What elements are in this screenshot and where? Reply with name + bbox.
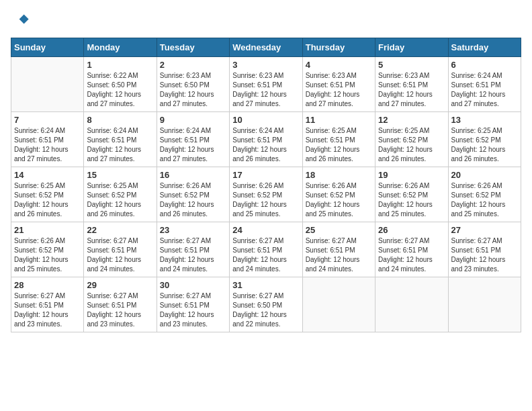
calendar-day-cell: 19Sunrise: 6:26 AM Sunset: 6:52 PM Dayli… [375, 167, 448, 222]
calendar-day-cell: 27Sunrise: 6:27 AM Sunset: 6:51 PM Dayli… [448, 222, 521, 277]
calendar-day-cell: 26Sunrise: 6:27 AM Sunset: 6:51 PM Dayli… [375, 222, 448, 277]
day-number: 30 [160, 280, 226, 290]
calendar-day-cell: 22Sunrise: 6:27 AM Sunset: 6:51 PM Dayli… [84, 222, 157, 277]
calendar-day-cell: 21Sunrise: 6:26 AM Sunset: 6:52 PM Dayli… [11, 222, 84, 277]
calendar-day-header: Wednesday [230, 38, 302, 57]
day-detail: Sunrise: 6:27 AM Sunset: 6:51 PM Dayligh… [451, 236, 518, 274]
day-number: 15 [87, 170, 153, 180]
calendar-week-row: 1Sunrise: 6:22 AM Sunset: 6:50 PM Daylig… [11, 57, 521, 112]
day-number: 9 [160, 115, 226, 125]
day-number: 13 [451, 115, 518, 125]
calendar-day-cell: 6Sunrise: 6:24 AM Sunset: 6:51 PM Daylig… [448, 57, 521, 112]
calendar-day-cell [375, 277, 448, 332]
day-detail: Sunrise: 6:26 AM Sunset: 6:52 PM Dayligh… [306, 181, 372, 219]
calendar-header-row: SundayMondayTuesdayWednesdayThursdayFrid… [11, 38, 521, 57]
day-detail: Sunrise: 6:27 AM Sunset: 6:51 PM Dayligh… [378, 236, 445, 274]
day-detail: Sunrise: 6:27 AM Sunset: 6:51 PM Dayligh… [160, 236, 226, 274]
day-detail: Sunrise: 6:24 AM Sunset: 6:51 PM Dayligh… [232, 126, 299, 164]
calendar-day-header: Friday [375, 38, 448, 57]
calendar-day-cell: 14Sunrise: 6:25 AM Sunset: 6:52 PM Dayli… [11, 167, 84, 222]
day-detail: Sunrise: 6:25 AM Sunset: 6:52 PM Dayligh… [87, 181, 153, 219]
day-number: 12 [378, 115, 445, 125]
calendar-day-cell: 17Sunrise: 6:26 AM Sunset: 6:52 PM Dayli… [230, 167, 302, 222]
logo [11, 11, 32, 30]
day-number: 20 [451, 170, 518, 180]
calendar-day-cell: 24Sunrise: 6:27 AM Sunset: 6:51 PM Dayli… [230, 222, 302, 277]
day-detail: Sunrise: 6:25 AM Sunset: 6:52 PM Dayligh… [14, 181, 81, 219]
calendar-week-row: 28Sunrise: 6:27 AM Sunset: 6:51 PM Dayli… [11, 277, 521, 332]
calendar-day-cell: 3Sunrise: 6:23 AM Sunset: 6:51 PM Daylig… [230, 57, 302, 112]
calendar-day-cell: 4Sunrise: 6:23 AM Sunset: 6:51 PM Daylig… [302, 57, 375, 112]
calendar-day-cell [448, 277, 521, 332]
day-number: 14 [14, 170, 81, 180]
day-detail: Sunrise: 6:24 AM Sunset: 6:51 PM Dayligh… [160, 126, 226, 164]
calendar-day-cell: 29Sunrise: 6:27 AM Sunset: 6:51 PM Dayli… [84, 277, 157, 332]
calendar-day-cell: 2Sunrise: 6:23 AM Sunset: 6:50 PM Daylig… [157, 57, 229, 112]
day-detail: Sunrise: 6:22 AM Sunset: 6:50 PM Dayligh… [87, 71, 153, 109]
day-number: 7 [14, 115, 81, 125]
calendar-day-cell [11, 57, 84, 112]
calendar-day-header: Thursday [302, 38, 375, 57]
day-number: 6 [451, 60, 518, 70]
calendar-day-cell: 13Sunrise: 6:25 AM Sunset: 6:52 PM Dayli… [448, 112, 521, 167]
day-number: 21 [14, 225, 81, 235]
calendar-day-cell: 20Sunrise: 6:26 AM Sunset: 6:52 PM Dayli… [448, 167, 521, 222]
day-number: 16 [160, 170, 226, 180]
calendar-day-cell: 25Sunrise: 6:27 AM Sunset: 6:51 PM Dayli… [302, 222, 375, 277]
calendar-day-cell: 28Sunrise: 6:27 AM Sunset: 6:51 PM Dayli… [11, 277, 84, 332]
day-number: 1 [87, 60, 153, 70]
calendar-table: SundayMondayTuesdayWednesdayThursdayFrid… [11, 38, 521, 332]
day-detail: Sunrise: 6:27 AM Sunset: 6:51 PM Dayligh… [87, 236, 153, 274]
day-detail: Sunrise: 6:23 AM Sunset: 6:51 PM Dayligh… [378, 71, 445, 109]
day-number: 23 [160, 225, 226, 235]
day-detail: Sunrise: 6:27 AM Sunset: 6:51 PM Dayligh… [87, 291, 153, 329]
day-number: 8 [87, 115, 153, 125]
day-detail: Sunrise: 6:23 AM Sunset: 6:51 PM Dayligh… [232, 71, 299, 109]
day-detail: Sunrise: 6:25 AM Sunset: 6:52 PM Dayligh… [451, 126, 518, 164]
day-detail: Sunrise: 6:27 AM Sunset: 6:51 PM Dayligh… [306, 236, 372, 274]
day-detail: Sunrise: 6:27 AM Sunset: 6:51 PM Dayligh… [232, 236, 299, 274]
day-detail: Sunrise: 6:27 AM Sunset: 6:50 PM Dayligh… [232, 291, 299, 329]
calendar-week-row: 14Sunrise: 6:25 AM Sunset: 6:52 PM Dayli… [11, 167, 521, 222]
calendar-day-cell [302, 277, 375, 332]
day-number: 5 [378, 60, 445, 70]
day-number: 11 [306, 115, 372, 125]
day-detail: Sunrise: 6:23 AM Sunset: 6:51 PM Dayligh… [306, 71, 372, 109]
calendar-day-cell: 23Sunrise: 6:27 AM Sunset: 6:51 PM Dayli… [157, 222, 229, 277]
day-number: 27 [451, 225, 518, 235]
calendar-day-header: Saturday [448, 38, 521, 57]
day-number: 25 [306, 225, 372, 235]
calendar-day-cell: 10Sunrise: 6:24 AM Sunset: 6:51 PM Dayli… [230, 112, 302, 167]
day-number: 19 [378, 170, 445, 180]
calendar-day-header: Tuesday [157, 38, 229, 57]
day-detail: Sunrise: 6:24 AM Sunset: 6:51 PM Dayligh… [87, 126, 153, 164]
day-number: 31 [232, 280, 299, 290]
day-detail: Sunrise: 6:26 AM Sunset: 6:52 PM Dayligh… [160, 181, 226, 219]
calendar-day-cell: 16Sunrise: 6:26 AM Sunset: 6:52 PM Dayli… [157, 167, 229, 222]
calendar-day-cell: 15Sunrise: 6:25 AM Sunset: 6:52 PM Dayli… [84, 167, 157, 222]
day-detail: Sunrise: 6:24 AM Sunset: 6:51 PM Dayligh… [14, 126, 81, 164]
page-header [11, 11, 521, 30]
day-detail: Sunrise: 6:26 AM Sunset: 6:52 PM Dayligh… [232, 181, 299, 219]
day-detail: Sunrise: 6:26 AM Sunset: 6:52 PM Dayligh… [14, 236, 81, 274]
day-number: 10 [232, 115, 299, 125]
day-detail: Sunrise: 6:26 AM Sunset: 6:52 PM Dayligh… [378, 181, 445, 219]
day-detail: Sunrise: 6:25 AM Sunset: 6:52 PM Dayligh… [378, 126, 445, 164]
calendar-day-cell: 31Sunrise: 6:27 AM Sunset: 6:50 PM Dayli… [230, 277, 302, 332]
calendar-day-cell: 7Sunrise: 6:24 AM Sunset: 6:51 PM Daylig… [11, 112, 84, 167]
day-detail: Sunrise: 6:25 AM Sunset: 6:51 PM Dayligh… [306, 126, 372, 164]
day-number: 28 [14, 280, 81, 290]
day-number: 24 [232, 225, 299, 235]
day-number: 29 [87, 280, 153, 290]
logo-icon [11, 11, 30, 30]
day-detail: Sunrise: 6:27 AM Sunset: 6:51 PM Dayligh… [14, 291, 81, 329]
day-number: 22 [87, 225, 153, 235]
day-number: 3 [232, 60, 299, 70]
day-number: 18 [306, 170, 372, 180]
calendar-day-header: Sunday [11, 38, 84, 57]
svg-marker-0 [19, 15, 29, 24]
day-number: 2 [160, 60, 226, 70]
calendar-day-cell: 1Sunrise: 6:22 AM Sunset: 6:50 PM Daylig… [84, 57, 157, 112]
calendar-day-header: Monday [84, 38, 157, 57]
calendar-week-row: 21Sunrise: 6:26 AM Sunset: 6:52 PM Dayli… [11, 222, 521, 277]
